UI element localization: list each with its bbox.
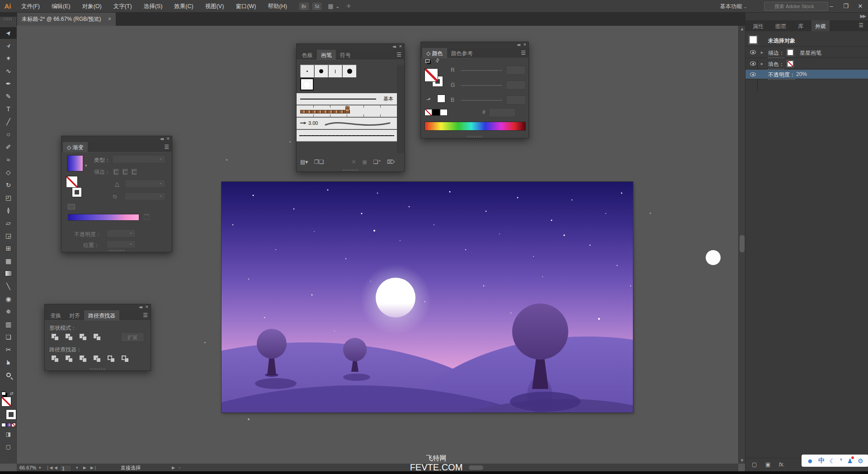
expand-chevron-icon[interactable]: ▸: [761, 50, 763, 55]
star-brush-swatch-selected[interactable]: [300, 78, 314, 90]
menu-item-4[interactable]: 选择(S): [138, 3, 169, 9]
visibility-eye-icon[interactable]: [750, 62, 756, 66]
basic-brush-row[interactable]: 基本: [297, 93, 397, 105]
white-swatch[interactable]: [440, 109, 448, 116]
expand-chevron-icon[interactable]: ▸: [761, 61, 763, 66]
expand-button[interactable]: 扩展: [121, 332, 144, 342]
tool-symbol-sprayer[interactable]: ✵: [0, 306, 17, 318]
trim-button[interactable]: [63, 354, 75, 364]
remove-brush-stroke-icon[interactable]: ✕: [352, 159, 356, 165]
swap-fill-stroke-icon[interactable]: ⇄: [10, 391, 14, 396]
menu-item-0[interactable]: 文件(F): [15, 3, 46, 9]
fill-swatch-none[interactable]: [425, 68, 438, 82]
night-mode-icon[interactable]: ☾: [830, 457, 835, 465]
close-icon[interactable]: ×: [524, 42, 526, 47]
screen-mode-button[interactable]: ▢: [0, 444, 17, 450]
panel-menu-icon[interactable]: ☰: [164, 144, 169, 150]
tool-rotate[interactable]: ↻: [0, 179, 17, 191]
input-method-toolbar[interactable]: ☻中☾❜♟⚙: [802, 455, 868, 467]
tab-color[interactable]: ◇ 颜色: [422, 48, 447, 58]
intersect-button[interactable]: [77, 332, 89, 342]
drawing-mode-button[interactable]: ◨: [0, 431, 17, 437]
gradient-fill-stroke[interactable]: [66, 176, 87, 197]
pattern-brush-row[interactable]: [297, 105, 397, 117]
tab-libraries[interactable]: 库: [794, 20, 807, 31]
gradient-thumbnail[interactable]: [67, 155, 83, 171]
new-brush-icon[interactable]: ❏⁺: [373, 159, 381, 165]
settings-gear-icon[interactable]: ⚙: [858, 457, 863, 465]
g-value-field[interactable]: [506, 81, 526, 90]
minus-front-button[interactable]: [63, 332, 75, 342]
tool-zoom[interactable]: [0, 369, 17, 381]
new-fill-icon[interactable]: ▣: [765, 461, 770, 468]
skin-icon[interactable]: ♟: [847, 457, 853, 465]
tool-lasso[interactable]: ∿: [0, 65, 17, 77]
color-panel-titlebar[interactable]: ◂◂ ×: [421, 42, 528, 48]
tool-shaper[interactable]: ≈: [0, 154, 17, 166]
color-mode-buttons[interactable]: [1, 423, 16, 427]
vertical-scroll-thumb[interactable]: [740, 235, 745, 252]
scroll-down-icon[interactable]: ▼: [739, 458, 745, 463]
brush-swatch[interactable]: [343, 65, 356, 77]
close-icon[interactable]: ×: [399, 43, 402, 49]
panel-menu-icon[interactable]: ☰: [859, 22, 863, 28]
brushes-scrollbar[interactable]: [397, 65, 404, 153]
tab-color-guide[interactable]: 颜色参考: [447, 48, 477, 58]
b-value-field[interactable]: [506, 95, 526, 104]
fill-label[interactable]: 填色：: [768, 61, 784, 69]
collapse-icon[interactable]: ◂◂: [139, 304, 142, 309]
touch-workspace-icon[interactable]: ✈: [346, 3, 351, 9]
menu-item-5[interactable]: 效果(C): [168, 3, 199, 9]
new-effect-icon[interactable]: fx.: [779, 461, 785, 468]
artboard-artwork[interactable]: [222, 182, 633, 412]
opacity-value[interactable]: 20%: [796, 71, 807, 77]
color-spectrum-bar[interactable]: [425, 122, 526, 131]
charcoal-brush-row[interactable]: [297, 130, 397, 142]
tool-mesh[interactable]: ▦: [0, 255, 17, 267]
opacity-label[interactable]: 不透明度：: [768, 71, 795, 80]
tab-symbols[interactable]: 符号: [336, 50, 355, 60]
resize-grip[interactable]: [467, 136, 482, 137]
art-brush-row[interactable]: 3.00: [297, 118, 397, 129]
tool-scale[interactable]: ◰: [0, 192, 17, 204]
gradient-angle-select[interactable]: [125, 180, 165, 188]
r-slider[interactable]: [461, 70, 502, 71]
fill-stroke-indicator[interactable]: [425, 68, 447, 91]
tool-pen[interactable]: ✒: [0, 78, 17, 90]
menu-item-6[interactable]: 视图(V): [199, 3, 230, 9]
gradient-type-select[interactable]: [112, 155, 165, 163]
brush-swatch[interactable]: [329, 65, 342, 77]
tool-direct-selection[interactable]: ➢: [0, 40, 17, 52]
tab-properties[interactable]: 属性: [749, 20, 767, 31]
tool-ellipse[interactable]: ○: [0, 128, 17, 140]
chevron-down-icon[interactable]: ▾: [85, 163, 87, 168]
gradient-aspect-select[interactable]: [125, 192, 165, 200]
collapse-icon[interactable]: ◂◂: [517, 42, 519, 47]
tab-gradient[interactable]: ◇ 渐变: [63, 142, 88, 152]
visibility-eye-icon[interactable]: [750, 72, 756, 76]
mini-fill-stroke-icon[interactable]: [425, 59, 429, 63]
fill-swatch-none[interactable]: [1, 397, 11, 407]
close-button[interactable]: ✕: [854, 0, 867, 12]
restore-button[interactable]: ❐: [839, 0, 853, 12]
workspace-switcher[interactable]: 基本功能 ⌄: [717, 2, 751, 11]
gradient-panel-titlebar[interactable]: ◂◂ ×: [61, 136, 172, 142]
outline-button[interactable]: [105, 354, 117, 364]
minus-back-button[interactable]: [119, 354, 131, 364]
divide-button[interactable]: [49, 354, 61, 364]
tool-hand[interactable]: ☛: [0, 356, 17, 368]
tool-type[interactable]: T: [0, 103, 17, 115]
opacity-row-selected[interactable]: 不透明度： 20%: [745, 70, 868, 79]
chinese-mode-icon[interactable]: 中: [818, 457, 825, 465]
menu-item-3[interactable]: 文字(T): [108, 3, 138, 9]
new-stroke-icon[interactable]: ▢: [752, 461, 757, 468]
tool-selection[interactable]: ➤: [0, 27, 17, 39]
tab-layers[interactable]: 图层: [772, 20, 790, 31]
stop-position-select[interactable]: [107, 240, 136, 248]
gradient-mode-icon[interactable]: [6, 423, 11, 427]
tool-line-segment[interactable]: ╱: [0, 116, 17, 128]
menu-item-2[interactable]: 对象(O): [76, 3, 108, 9]
close-icon[interactable]: ×: [146, 304, 148, 309]
arrange-documents-icon[interactable]: ▦ ⌄: [328, 3, 340, 9]
stop-opacity-select[interactable]: [107, 229, 136, 237]
